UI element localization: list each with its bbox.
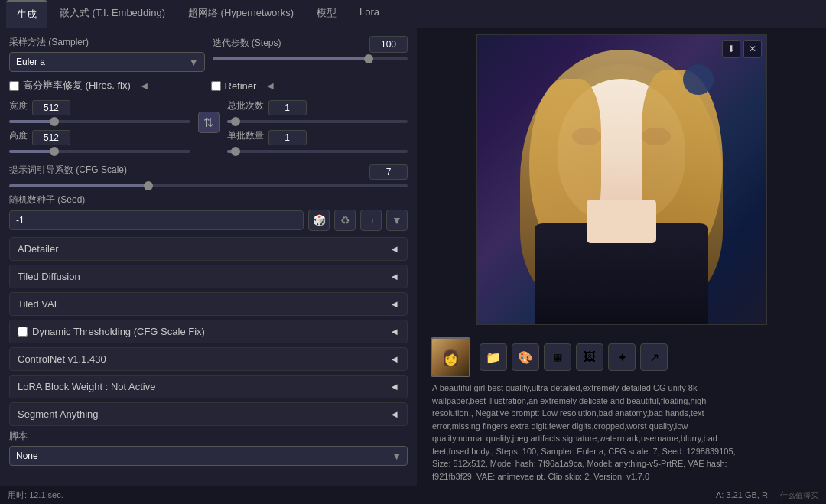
sampler-steps-row: 采样方法 (Sampler) Euler a ▼ 迭代步数 (Steps) <box>9 36 408 72</box>
width-section: 宽度 高度 <box>9 99 190 158</box>
thumbnail-image[interactable]: 👩 <box>431 337 470 377</box>
segment-anything-section-header[interactable]: Segment Anything ◄ <box>9 402 408 426</box>
vram-info: A: 3.21 GB, R: 什么值得买 <box>716 490 818 501</box>
seed-label: 随机数种子 (Seed) <box>9 193 408 206</box>
dynamic-threshold-arrow: ◄ <box>389 326 399 337</box>
left-panel: 采样方法 (Sampler) Euler a ▼ 迭代步数 (Steps) <box>0 28 417 486</box>
watermark: 什么值得买 <box>780 491 818 499</box>
steps-label: 迭代步数 (Steps) <box>213 37 364 50</box>
cfg-input[interactable] <box>369 164 408 180</box>
swap-center: ⇅ <box>198 99 220 133</box>
thumbnail-preview: 👩 <box>432 339 469 376</box>
action-image-button[interactable]: 🖼 <box>576 343 603 371</box>
batch-section: 总批次数 单批数量 <box>227 99 408 158</box>
height-slider[interactable] <box>9 150 190 153</box>
hires-arrow[interactable]: ◄ <box>135 78 154 93</box>
batch-size-input[interactable] <box>268 130 307 145</box>
refiner-checkbox[interactable] <box>211 81 221 91</box>
batch-size-row: 单批数量 <box>227 129 408 145</box>
lora-block-label: LoRA Block Weight : Not Active <box>18 381 155 392</box>
refiner-arrow[interactable]: ◄ <box>260 78 280 93</box>
batch-size-section: 单批数量 <box>227 129 408 153</box>
seed-extra-button[interactable]: □ <box>360 210 382 231</box>
time-label: 用时: <box>8 490 27 499</box>
thumbnail-actions-row: 👩 📁 🎨 ▦ 🖼 ✦ ↗ <box>423 331 820 377</box>
tab-lora[interactable]: Lora <box>349 0 390 28</box>
action-buttons: 📁 🎨 ▦ 🖼 ✦ ↗ <box>480 343 668 371</box>
tab-generate[interactable]: 生成 <box>6 0 47 28</box>
action-external-button[interactable]: ↗ <box>640 343 668 371</box>
hires-checkbox[interactable] <box>9 81 19 91</box>
hires-checkbox-item: 高分辨率修复 (Hires. fix) ◄ <box>9 78 206 93</box>
controlnet-arrow: ◄ <box>389 353 399 365</box>
action-star-button[interactable]: ✦ <box>608 343 636 371</box>
time-value: 12.1 sec. <box>29 490 63 499</box>
seed-dice-button[interactable]: 🎲 <box>308 210 330 231</box>
adetailer-section-header[interactable]: ADetailer ◄ <box>9 237 408 261</box>
height-row: 高度 <box>9 129 190 145</box>
tab-model[interactable]: 模型 <box>306 0 347 28</box>
total-batch-input[interactable] <box>268 100 307 115</box>
script-section: 脚本 None ▼ <box>9 430 408 466</box>
width-slider[interactable] <box>9 120 190 123</box>
tiled-diffusion-label: Tiled Diffusion <box>18 271 80 282</box>
height-label: 高度 <box>9 129 28 142</box>
dynamic-threshold-section-header[interactable]: Dynamic Thresholding (CFG Scale Fix) ◄ <box>9 320 408 343</box>
steps-input[interactable] <box>369 36 408 53</box>
steps-section: 迭代步数 (Steps) <box>213 36 408 72</box>
refiner-checkbox-item: Refiner ◄ <box>211 78 408 93</box>
seed-recycle-button[interactable]: ♻ <box>334 210 356 231</box>
image-controls: ⬇ ✕ <box>722 40 762 58</box>
wh-section: 宽度 高度 <box>9 99 408 158</box>
width-input[interactable] <box>32 100 70 115</box>
batch-size-label: 单批数量 <box>227 129 264 142</box>
batch-size-slider[interactable] <box>227 150 408 153</box>
swap-button[interactable]: ⇅ <box>198 112 220 133</box>
tiled-diffusion-arrow: ◄ <box>389 271 399 282</box>
tiled-diffusion-section-header[interactable]: Tiled Diffusion ◄ <box>9 265 408 288</box>
right-bottom-section: A beautiful girl,best quality,ultra-deta… <box>423 377 820 480</box>
action-grid-button[interactable]: ▦ <box>544 343 571 371</box>
tab-embedding[interactable]: 嵌入式 (T.I. Embedding) <box>49 0 176 28</box>
seed-section: 随机数种子 (Seed) 🎲 ♻ □ ▼ <box>9 193 408 231</box>
tiled-vae-section-header[interactable]: Tiled VAE ◄ <box>9 292 408 316</box>
hair-accessory <box>683 64 714 95</box>
tab-hypernetworks[interactable]: 超网络 (Hypernetworks) <box>177 0 304 28</box>
time-info: 用时: 12.1 sec. <box>8 489 63 501</box>
total-batch-label: 总批次数 <box>227 99 264 112</box>
right-panel: ⬇ ✕ 👩 📁 🎨 ▦ 🖼 ✦ ↗ A beautiful girl,best <box>417 28 826 486</box>
adetailer-label: ADetailer <box>18 243 58 255</box>
lora-block-arrow: ◄ <box>389 381 399 392</box>
seed-dropdown-button[interactable]: ▼ <box>386 210 408 231</box>
refiner-label: Refiner <box>225 80 257 92</box>
script-label: 脚本 <box>9 430 408 443</box>
cfg-slider[interactable] <box>9 184 408 187</box>
seed-input[interactable] <box>9 210 304 230</box>
download-button[interactable]: ⬇ <box>722 40 740 58</box>
dynamic-threshold-checkbox[interactable] <box>18 327 28 337</box>
vram-label: A: 3.21 GB, R: <box>716 490 770 499</box>
adetailer-arrow: ◄ <box>389 243 399 255</box>
lora-block-section-header[interactable]: LoRA Block Weight : Not Active ◄ <box>9 375 408 398</box>
cfg-label: 提示词引导系数 (CFG Scale) <box>9 164 365 177</box>
sampler-section: 采样方法 (Sampler) Euler a ▼ <box>9 36 205 72</box>
controlnet-section-header[interactable]: ControlNet v1.1.430 ◄ <box>9 347 408 371</box>
tab-bar: 生成 嵌入式 (T.I. Embedding) 超网络 (Hypernetwor… <box>0 0 826 28</box>
height-input[interactable] <box>32 130 70 145</box>
total-batch-slider[interactable] <box>227 120 408 123</box>
hires-label: 高分辨率修复 (Hires. fix) <box>23 79 131 93</box>
cfg-row: 提示词引导系数 (CFG Scale) <box>9 164 408 180</box>
segment-anything-label: Segment Anything <box>18 408 99 420</box>
script-select[interactable]: None <box>9 446 408 466</box>
dynamic-threshold-label: Dynamic Thresholding (CFG Scale Fix) <box>32 326 205 337</box>
sampler-select[interactable]: Euler a <box>9 52 205 72</box>
close-image-button[interactable]: ✕ <box>743 40 762 58</box>
steps-slider[interactable] <box>213 57 408 60</box>
width-label: 宽度 <box>9 99 28 112</box>
action-paint-button[interactable]: 🎨 <box>512 343 539 371</box>
thumbnail-row: 👩 <box>431 337 470 377</box>
generated-image <box>477 35 766 324</box>
status-bar: 用时: 12.1 sec. A: 3.21 GB, R: 什么值得买 <box>0 486 826 504</box>
action-folder-button[interactable]: 📁 <box>480 343 507 371</box>
tiled-vae-label: Tiled VAE <box>18 298 60 310</box>
